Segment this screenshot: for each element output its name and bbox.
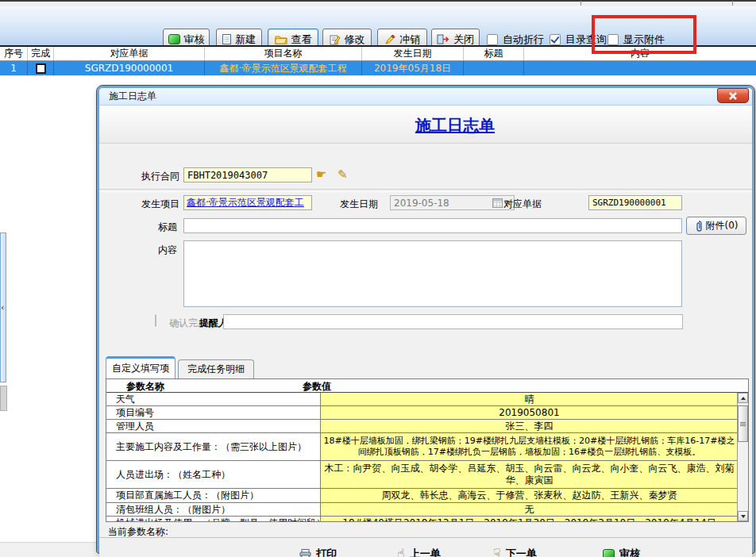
tab-custom-fields-label: 自定义填写项: [112, 362, 169, 375]
col-header-project[interactable]: 项目名称: [205, 47, 362, 60]
param-name-header: 参数名称: [126, 380, 164, 394]
approve-button-label: 审核: [184, 33, 205, 47]
view-button-label: 查看: [291, 33, 312, 47]
scroll-down-icon: [741, 515, 746, 518]
dialog-titlebar[interactable]: 施工日志单: [99, 88, 752, 106]
approve-icon: [168, 34, 180, 44]
hand-up-icon: ☝: [397, 547, 405, 557]
param-name: 主要施工内容及工作量：（需三张以上图片）: [106, 433, 321, 460]
param-value[interactable]: 木工：向尹贺、向玉成、胡令学、吕延东、胡玉、向云雷、向云龙、向小奎、向云飞、康浩…: [321, 461, 738, 488]
param-value[interactable]: 周双龙、韩长忠、高海云、于修营、张麦秋、赵边防、王新兴、秦梦贤: [321, 489, 738, 502]
splitter-bar[interactable]: ‹: [0, 232, 6, 382]
date-picker[interactable]: 2019-05-18 ▼: [390, 195, 515, 210]
hand-point-right-icon[interactable]: ☛: [316, 169, 326, 181]
param-row[interactable]: 天气 晴: [106, 393, 748, 406]
form-separator: [99, 189, 752, 192]
left-scrollbar-fragment[interactable]: [0, 386, 7, 411]
dialog-footer: 打印 ☝ 上一单 ☟ 下一单 审核: [99, 539, 752, 557]
auto-wrap-checkbox[interactable]: [487, 34, 498, 45]
open-folder-icon: [275, 35, 287, 44]
content-textarea[interactable]: [183, 240, 682, 307]
close-button-label: 关闭: [453, 33, 474, 47]
reverse-button-label: 冲销: [399, 33, 420, 47]
param-value[interactable]: 18#楼40塔吊2018年12月1日—2019年1月30日；2019年3月10日…: [321, 517, 738, 522]
contract-input[interactable]: [183, 167, 312, 182]
param-name: 项目部直属施工人员：（附图片）: [106, 489, 321, 502]
col-header-content[interactable]: 内容: [524, 47, 756, 60]
row-doc-no: SGRZD190000001: [54, 61, 205, 75]
param-name: 机械进出场及使用：（品牌、型号、使用时间段）: [106, 517, 321, 522]
next-record-button[interactable]: ☟ 下一单: [493, 546, 537, 557]
calendar-icon[interactable]: [492, 198, 503, 208]
previous-record-label: 上一单: [410, 547, 441, 557]
confirm-complete-checkbox[interactable]: [155, 314, 156, 327]
scroll-up-button[interactable]: [738, 393, 748, 403]
approve-footer-button[interactable]: 审核: [603, 546, 640, 557]
param-table-scrollbar[interactable]: [737, 393, 748, 521]
approve-icon: [603, 549, 615, 557]
col-header-title[interactable]: 标题: [464, 47, 524, 60]
scrollbar-thumb[interactable]: [738, 405, 748, 442]
doc-no-input[interactable]: [588, 195, 682, 210]
param-name: 项目编号: [106, 406, 321, 419]
tab-task-details[interactable]: 完成任务明细: [178, 359, 254, 378]
reminder-input[interactable]: [223, 314, 683, 329]
parameter-table: 参数名称 参数值 天气 晴 项目编号 2019050801 管理人员 张三、李四…: [106, 378, 749, 522]
construction-log-dialog: 施工日志单 施工日志单 执行合同 ☛ ✎ 发生项目 鑫都·帝景示范区景观配套工 …: [97, 86, 754, 553]
title-input[interactable]: [183, 218, 682, 233]
dialog-title: 施工日志单: [109, 90, 156, 103]
col-header-doc-no[interactable]: 对应单据: [54, 47, 205, 60]
tab-task-details-label: 完成任务明细: [187, 363, 245, 376]
next-record-label: 下一单: [506, 547, 537, 557]
param-value[interactable]: 无: [321, 503, 738, 516]
param-value[interactable]: 18#楼十层墙板加固，绑扎梁钢筋；19#楼绑扎九层支墙柱模板；20#楼十层绑扎钢…: [321, 433, 738, 460]
param-row[interactable]: 人员进出场：（姓名工种） 木工：向尹贺、向玉成、胡令学、吕延东、胡玉、向云雷、向…: [106, 461, 748, 489]
exit-door-icon: [437, 34, 449, 44]
new-document-icon: [222, 34, 231, 44]
project-link[interactable]: 鑫都·帝景示范区景观配套工: [187, 196, 304, 209]
edit-icon: [330, 34, 341, 45]
param-row[interactable]: 项目部直属施工人员：（附图片） 周双龙、韩长忠、高海云、于修营、张麦秋、赵边防、…: [106, 489, 748, 503]
attachment-button-label: 附件(0): [706, 219, 739, 232]
param-value[interactable]: 张三、李四: [321, 420, 738, 432]
param-value[interactable]: 2019050801: [321, 406, 738, 419]
paperclip-icon: [695, 221, 703, 232]
col-header-seq[interactable]: 序号: [0, 47, 28, 60]
attachment-button[interactable]: 附件(0): [686, 217, 746, 235]
param-name: 人员进出场：（姓名工种）: [106, 461, 321, 488]
param-row[interactable]: 项目编号 2019050801: [106, 406, 748, 420]
param-value[interactable]: 晴: [321, 393, 738, 405]
content-label: 内容: [99, 244, 177, 257]
catalog-query-checkbox[interactable]: [550, 34, 561, 45]
contract-label: 执行合同: [99, 170, 179, 183]
top-separator-tick: [732, 1, 733, 6]
print-icon: [299, 549, 311, 557]
collapse-left-icon[interactable]: ‹: [1, 303, 4, 312]
scroll-down-button[interactable]: [738, 511, 748, 521]
param-row[interactable]: 管理人员 张三、李四: [106, 420, 748, 433]
close-x-icon: [728, 92, 738, 100]
row-done-checkbox[interactable]: [36, 63, 46, 74]
col-header-date[interactable]: 发生日期: [362, 47, 464, 60]
hand-down-icon: ☟: [493, 547, 501, 557]
previous-record-button[interactable]: ☝ 上一单: [397, 546, 441, 557]
param-row[interactable]: 机械进出场及使用：（品牌、型号、使用时间段） 18#楼40塔吊2018年12月1…: [106, 517, 748, 522]
print-button[interactable]: 打印: [299, 546, 337, 557]
dialog-close-button[interactable]: [717, 88, 749, 103]
row-date: 2019年05月18日: [362, 61, 464, 75]
param-row[interactable]: 清包班组人员：（附图片） 无: [106, 503, 748, 517]
clear-pen-icon[interactable]: ✎: [338, 169, 348, 181]
parameter-table-header: 参数名称 参数值: [106, 379, 748, 393]
param-name: 天气: [106, 393, 321, 405]
tab-custom-fields[interactable]: 自定义填写项: [106, 356, 176, 378]
table-row[interactable]: 1 SGRZD190000001 鑫都·帝景示范区景观配套工程 2019年05月…: [0, 61, 756, 75]
reverse-icon: [384, 34, 395, 45]
col-header-done[interactable]: 完成: [28, 47, 54, 60]
top-separator-tick: [580, 1, 581, 6]
main-toolbar: 审核 新建 查看 修改 冲销 关闭 自动折行 目录查询: [0, 6, 756, 45]
param-row[interactable]: 主要施工内容及工作量：（需三张以上图片） 18#楼十层墙板加固，绑扎梁钢筋；19…: [106, 433, 748, 461]
project-link-box[interactable]: 鑫都·帝景示范区景观配套工: [183, 195, 312, 210]
row-project: 鑫都·帝景示范区景观配套工程: [205, 61, 362, 75]
show-attachments-checkbox[interactable]: [608, 34, 619, 45]
param-value-header: 参数值: [303, 380, 331, 394]
